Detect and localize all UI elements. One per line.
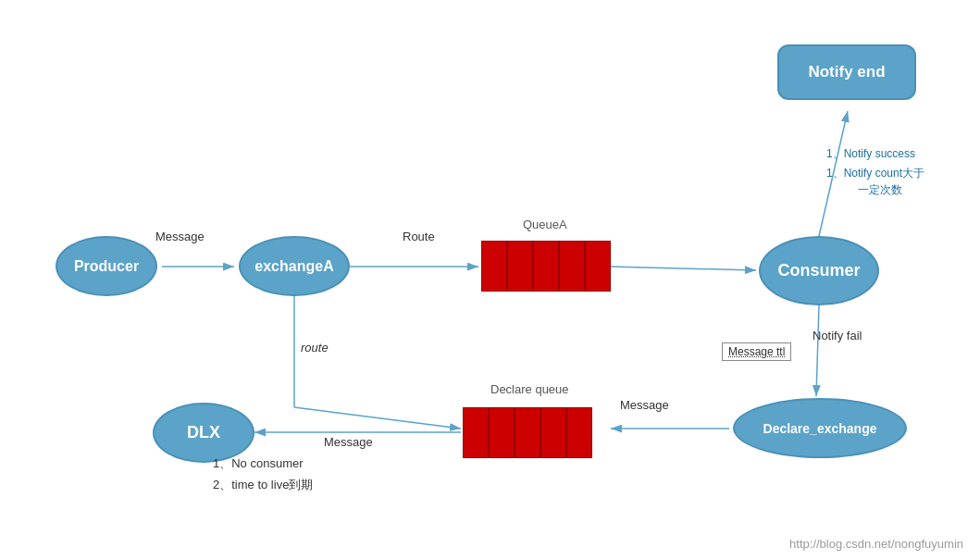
watermark: http://blog.csdn.net/nongfuyumin [789,537,963,551]
label-message2: Message [324,435,373,449]
producer-node: Producer [56,236,157,296]
queue-a [481,241,611,292]
svg-line-4 [611,267,756,270]
label-message-ttl: Message ttl [722,342,791,361]
dlx-node: DLX [153,403,254,463]
consumer-node: Consumer [759,236,879,305]
label-route2: route [301,341,329,355]
declare-queue [463,407,592,458]
label-route1: Route [403,230,435,243]
queueA-label: QueueA [523,218,567,231]
label-no-consumer: 1、No consumer [213,455,304,472]
label-notify-fail: Notify fail [813,329,862,342]
label-notify-count: 1、Notify count大于 一定次数 [826,165,924,198]
label-message1: Message [155,230,205,243]
label-time-live: 2、time to live到期 [213,477,313,493]
notify-end-node: Notify end [777,44,916,100]
label-message3: Message [620,398,669,412]
svg-line-10 [294,407,461,429]
svg-line-6 [816,305,819,396]
declare-exchange-node: Declare_exchange [733,398,907,458]
diagram-container: Producer exchangeA Consumer Notify end D… [0,0,980,560]
exchangeA-node: exchangeA [239,236,350,296]
label-notify-success: 1、Notify success [826,146,915,162]
declare-queue-label: Declare queue [490,382,569,396]
